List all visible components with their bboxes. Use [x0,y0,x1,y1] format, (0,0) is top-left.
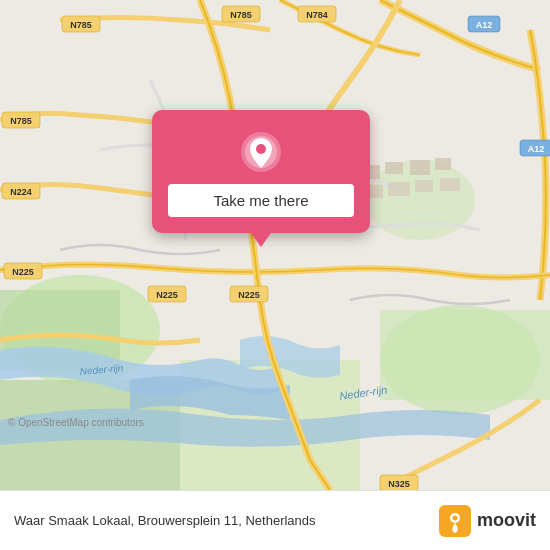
svg-point-64 [256,144,266,154]
svg-rect-42 [385,162,403,174]
svg-text:A12: A12 [528,144,545,154]
map-attribution: © OpenStreetMap contributors [8,417,144,428]
svg-text:N225: N225 [156,290,178,300]
svg-text:A12: A12 [476,20,493,30]
svg-text:N225: N225 [238,290,260,300]
svg-rect-52 [440,178,460,191]
svg-text:N325: N325 [388,479,410,489]
svg-rect-43 [410,160,430,175]
svg-rect-51 [415,180,433,192]
popup-card: Take me there [152,110,370,233]
svg-text:N785: N785 [10,116,32,126]
svg-text:N224: N224 [10,187,32,197]
bottom-bar: Waar Smaak Lokaal, Brouwersplein 11, Net… [0,490,550,550]
svg-text:N785: N785 [230,10,252,20]
moovit-label: moovit [477,510,536,531]
location-pin-icon [239,130,283,174]
svg-text:N225: N225 [12,267,34,277]
map-container: N785 N785 N784 A12 A12 N224 N785 N225 N2… [0,0,550,490]
svg-point-67 [452,515,457,520]
location-info: Waar Smaak Lokaal, Brouwersplein 11, Net… [14,513,316,528]
moovit-icon [439,505,471,537]
svg-text:N784: N784 [306,10,328,20]
location-text: Waar Smaak Lokaal, Brouwersplein 11, Net… [14,513,316,528]
svg-text:N785: N785 [70,20,92,30]
moovit-logo: moovit [439,505,536,537]
svg-rect-4 [380,310,550,400]
svg-rect-50 [388,182,410,196]
take-me-there-button[interactable]: Take me there [168,184,354,217]
svg-rect-44 [435,158,451,170]
